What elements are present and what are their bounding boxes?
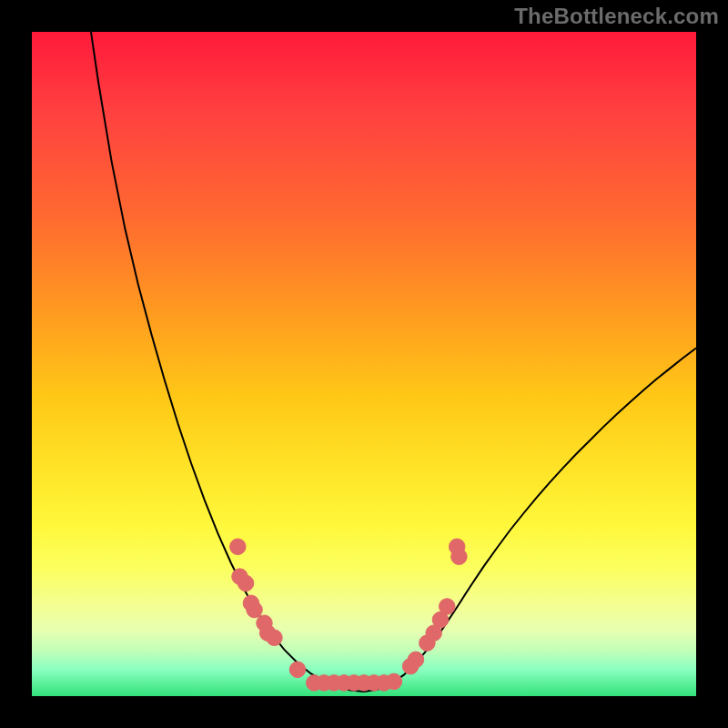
data-dot	[386, 673, 402, 690]
curve-path	[91, 32, 696, 692]
plot-area	[32, 32, 696, 696]
data-dot	[408, 652, 424, 668]
data-dot	[238, 575, 254, 592]
data-dot	[439, 599, 455, 615]
data-dot	[451, 549, 468, 565]
data-dot	[230, 539, 247, 555]
chart-frame: TheBottleneck.com	[0, 0, 728, 728]
bottleneck-curve	[91, 32, 696, 692]
data-dot	[267, 630, 283, 646]
plot-svg	[32, 32, 696, 696]
data-dots	[230, 539, 468, 691]
data-dot	[289, 662, 306, 678]
data-dot	[247, 602, 263, 618]
watermark-text: TheBottleneck.com	[514, 4, 719, 29]
